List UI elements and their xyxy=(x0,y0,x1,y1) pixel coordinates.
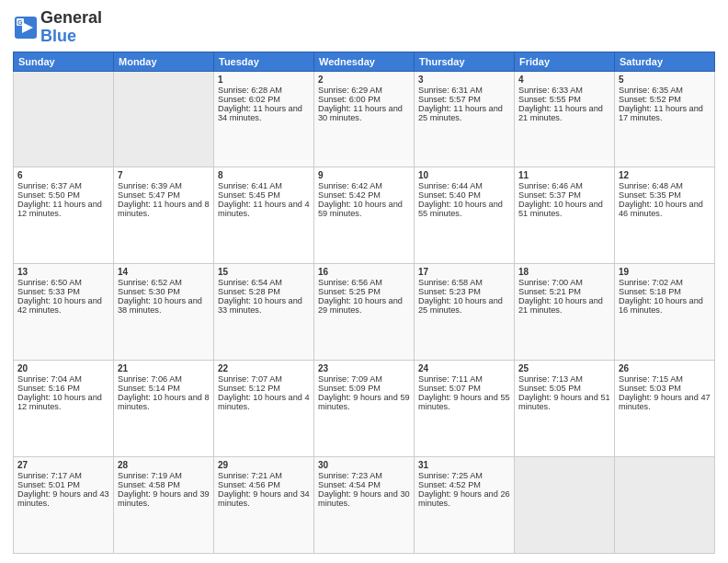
day-number: 24 xyxy=(418,363,510,373)
calendar-day-cell xyxy=(114,71,214,167)
day-info: Daylight: 11 hours and 12 minutes. xyxy=(17,200,109,218)
day-info: Sunrise: 6:56 AM xyxy=(318,278,410,287)
day-info: Sunrise: 6:42 AM xyxy=(318,181,410,190)
day-info: Sunrise: 7:07 AM xyxy=(218,374,310,384)
day-info: Sunset: 4:54 PM xyxy=(318,480,410,489)
day-info: Daylight: 9 hours and 51 minutes. xyxy=(518,393,610,411)
day-info: Sunset: 5:21 PM xyxy=(518,287,610,296)
calendar-week-row: 1Sunrise: 6:28 AMSunset: 6:02 PMDaylight… xyxy=(14,71,715,167)
day-info: Sunrise: 7:00 AM xyxy=(518,278,610,287)
day-number: 31 xyxy=(418,460,510,470)
calendar-day-cell: 27Sunrise: 7:17 AMSunset: 5:01 PMDayligh… xyxy=(14,457,114,554)
day-info: Sunset: 5:16 PM xyxy=(17,384,109,393)
day-number: 4 xyxy=(518,75,610,85)
day-info: Sunset: 5:14 PM xyxy=(118,384,210,393)
day-info: Sunset: 5:18 PM xyxy=(619,287,711,296)
day-info: Sunset: 5:09 PM xyxy=(318,384,410,393)
day-info: Daylight: 9 hours and 39 minutes. xyxy=(118,489,210,508)
day-info: Sunrise: 6:48 AM xyxy=(619,181,711,190)
calendar-day-cell: 12Sunrise: 6:48 AMSunset: 5:35 PMDayligh… xyxy=(615,167,715,264)
day-info: Sunset: 5:12 PM xyxy=(218,384,310,393)
day-info: Sunset: 5:23 PM xyxy=(418,287,510,296)
day-number: 9 xyxy=(318,170,410,180)
calendar-day-cell: 25Sunrise: 7:13 AMSunset: 5:05 PMDayligh… xyxy=(515,361,615,457)
calendar: SundayMondayTuesdayWednesdayThursdayFrid… xyxy=(13,52,715,554)
day-info: Daylight: 10 hours and 38 minutes. xyxy=(118,296,210,315)
day-info: Sunset: 5:01 PM xyxy=(17,480,109,489)
day-info: Sunset: 5:42 PM xyxy=(318,190,410,200)
day-info: Daylight: 11 hours and 21 minutes. xyxy=(518,104,610,122)
day-info: Sunset: 5:57 PM xyxy=(418,95,510,104)
day-info: Daylight: 10 hours and 29 minutes. xyxy=(318,296,410,315)
calendar-day-cell: 24Sunrise: 7:11 AMSunset: 5:07 PMDayligh… xyxy=(415,361,515,457)
day-number: 29 xyxy=(218,460,310,470)
day-info: Sunset: 5:47 PM xyxy=(118,190,210,200)
day-number: 2 xyxy=(318,75,410,85)
day-info: Sunrise: 6:58 AM xyxy=(418,278,510,287)
day-number: 17 xyxy=(418,267,510,277)
day-info: Sunset: 5:40 PM xyxy=(418,190,510,200)
day-info: Daylight: 9 hours and 26 minutes. xyxy=(418,489,510,508)
day-number: 27 xyxy=(17,460,109,470)
logo-general: General xyxy=(40,8,102,27)
calendar-body: 1Sunrise: 6:28 AMSunset: 6:02 PMDaylight… xyxy=(14,71,715,553)
logo-text: General Blue xyxy=(40,9,102,46)
day-info: Sunset: 4:56 PM xyxy=(218,480,310,489)
day-info: Sunset: 5:05 PM xyxy=(518,384,610,393)
day-info: Sunset: 5:55 PM xyxy=(518,95,610,104)
calendar-day-cell: 2Sunrise: 6:29 AMSunset: 6:00 PMDaylight… xyxy=(314,71,415,167)
day-number: 15 xyxy=(218,267,310,277)
day-info: Daylight: 11 hours and 8 minutes. xyxy=(118,200,210,218)
day-info: Daylight: 11 hours and 25 minutes. xyxy=(418,104,510,122)
day-info: Sunrise: 7:06 AM xyxy=(118,374,210,384)
logo-icon: G xyxy=(13,15,39,40)
day-number: 6 xyxy=(17,170,109,180)
day-info: Daylight: 10 hours and 25 minutes. xyxy=(418,296,510,315)
day-number: 30 xyxy=(318,460,410,470)
day-info: Daylight: 10 hours and 8 minutes. xyxy=(118,393,210,411)
day-info: Sunset: 4:58 PM xyxy=(118,480,210,489)
day-info: Sunrise: 6:28 AM xyxy=(218,86,310,95)
day-of-week-header: Saturday xyxy=(615,52,715,71)
calendar-day-cell: 11Sunrise: 6:46 AMSunset: 5:37 PMDayligh… xyxy=(515,167,615,264)
day-info: Sunrise: 6:35 AM xyxy=(619,86,711,95)
calendar-day-cell: 10Sunrise: 6:44 AMSunset: 5:40 PMDayligh… xyxy=(415,167,515,264)
day-number: 13 xyxy=(17,267,109,277)
day-info: Sunset: 5:50 PM xyxy=(17,190,109,200)
day-info: Sunrise: 6:39 AM xyxy=(118,181,210,190)
day-number: 28 xyxy=(118,460,210,470)
day-of-week-header: Wednesday xyxy=(314,52,415,71)
calendar-header: SundayMondayTuesdayWednesdayThursdayFrid… xyxy=(14,52,715,71)
page: G General Blue SundayMondayTuesdayWednes… xyxy=(0,0,728,563)
day-number: 12 xyxy=(619,170,711,180)
calendar-day-cell: 16Sunrise: 6:56 AMSunset: 5:25 PMDayligh… xyxy=(314,264,415,361)
logo: G General Blue xyxy=(13,9,102,46)
day-info: Sunrise: 7:23 AM xyxy=(318,471,410,480)
calendar-day-cell: 5Sunrise: 6:35 AMSunset: 5:52 PMDaylight… xyxy=(615,71,715,167)
day-number: 8 xyxy=(218,170,310,180)
day-info: Daylight: 10 hours and 55 minutes. xyxy=(418,200,510,218)
calendar-day-cell: 23Sunrise: 7:09 AMSunset: 5:09 PMDayligh… xyxy=(314,361,415,457)
calendar-day-cell: 15Sunrise: 6:54 AMSunset: 5:28 PMDayligh… xyxy=(214,264,314,361)
day-number: 7 xyxy=(118,170,210,180)
calendar-week-row: 6Sunrise: 6:37 AMSunset: 5:50 PMDaylight… xyxy=(14,167,715,264)
day-info: Daylight: 10 hours and 21 minutes. xyxy=(518,296,610,315)
day-number: 16 xyxy=(318,267,410,277)
calendar-day-cell: 28Sunrise: 7:19 AMSunset: 4:58 PMDayligh… xyxy=(114,457,214,554)
day-info: Daylight: 9 hours and 47 minutes. xyxy=(619,393,711,411)
day-info: Sunrise: 6:46 AM xyxy=(518,181,610,190)
day-info: Sunset: 6:00 PM xyxy=(318,95,410,104)
calendar-day-cell: 4Sunrise: 6:33 AMSunset: 5:55 PMDaylight… xyxy=(515,71,615,167)
day-info: Sunrise: 6:54 AM xyxy=(218,278,310,287)
day-info: Daylight: 9 hours and 30 minutes. xyxy=(318,489,410,508)
calendar-day-cell: 6Sunrise: 6:37 AMSunset: 5:50 PMDaylight… xyxy=(14,167,114,264)
day-of-week-header: Monday xyxy=(114,52,214,71)
day-info: Sunrise: 7:17 AM xyxy=(17,471,109,480)
day-info: Daylight: 10 hours and 4 minutes. xyxy=(218,393,310,411)
calendar-day-cell: 9Sunrise: 6:42 AMSunset: 5:42 PMDaylight… xyxy=(314,167,415,264)
day-info: Sunrise: 6:41 AM xyxy=(218,181,310,190)
day-info: Sunset: 5:28 PM xyxy=(218,287,310,296)
day-number: 20 xyxy=(17,363,109,373)
calendar-day-cell: 21Sunrise: 7:06 AMSunset: 5:14 PMDayligh… xyxy=(114,361,214,457)
day-number: 21 xyxy=(118,363,210,373)
